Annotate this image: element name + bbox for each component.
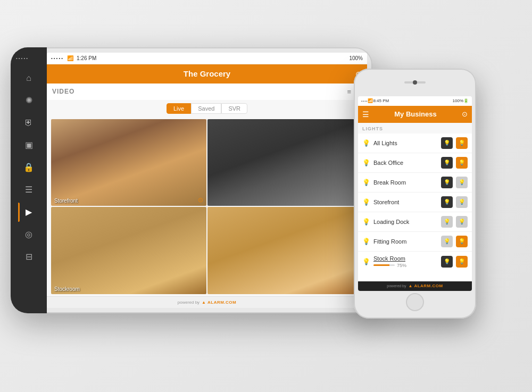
- camera-bakery[interactable]: ⊡: [207, 207, 363, 294]
- sidebar-home[interactable]: ⌂: [18, 69, 39, 88]
- phone-footer: powered by ▲ ALARM.COM: [358, 281, 472, 291]
- video-tabs: Live Saved SVR: [47, 100, 367, 117]
- stock-room-pct: 75%: [397, 263, 406, 268]
- phone-statusbar: •••• 📶 8:45 PM 100% 🔋: [358, 96, 472, 106]
- light-name-all-lights: All Lights: [373, 140, 438, 146]
- tablet-signal: •••••: [51, 56, 64, 61]
- list-item-break-room: 💡 Break Room 💡 💡: [358, 173, 472, 193]
- phone-wifi-icon: 📶: [368, 98, 373, 103]
- tablet-wifi-icon: 📶: [67, 55, 73, 61]
- list-item-all-lights: 💡 All Lights 💡 💡: [358, 134, 472, 153]
- sidebar-gallery[interactable]: ▣: [18, 136, 39, 155]
- sidebar-security[interactable]: ⛨: [18, 113, 39, 132]
- phone-battery-icon: 🔋: [463, 98, 469, 103]
- tablet-brand: ▲ ALARM.COM: [202, 300, 236, 305]
- tablet-screen: ••••• 📶 1:26 PM 100% The Grocery ⊙ VIDEO…: [47, 53, 367, 308]
- tab-svr[interactable]: SVR: [221, 103, 247, 114]
- camera-stockroom-label: Stockroom: [54, 286, 80, 292]
- light-bulb-icon-2: 💡: [362, 159, 370, 166]
- phone-device: •••• 📶 8:45 PM 100% 🔋 ☰ My Business ⊙ LI…: [354, 69, 476, 319]
- list-item-loading-dock: 💡 Loading Dock 💡 💡: [358, 212, 472, 232]
- phone-home-button[interactable]: [406, 293, 424, 311]
- video-grid: Storefront ⊙ ⊡ Stockroom ⊡: [51, 119, 363, 294]
- light-bulb-icon: 💡: [362, 139, 370, 147]
- list-item-storefront: 💡 Storefront 💡 💡: [358, 193, 472, 212]
- light-bulb-icon-5: 💡: [362, 218, 370, 226]
- light-name-storefront: Storefront: [373, 199, 438, 205]
- sidebar-lightbulb[interactable]: ◎: [18, 225, 39, 244]
- storefront-on-button[interactable]: 💡: [456, 196, 468, 208]
- list-item-back-office: 💡 Back Office 💡 💡: [358, 153, 472, 173]
- video-section-title: VIDEO: [52, 88, 74, 95]
- tablet-sidebar: ••••• ⌂ ✺ ⛨ ▣ 🔒 ☰ ▶ ◎ ⊟: [11, 47, 47, 313]
- loading-dock-off-button[interactable]: 💡: [441, 216, 453, 228]
- tablet-device: ••••• ⌂ ✺ ⛨ ▣ 🔒 ☰ ▶ ◎ ⊟ ••••• 📶 1:26 PM …: [11, 47, 372, 313]
- tablet-powered-by: powered by: [178, 300, 200, 305]
- break-room-off-button[interactable]: 💡: [441, 177, 453, 188]
- light-bulb-icon-7: 💡: [362, 258, 370, 265]
- light-bulb-icon-3: 💡: [362, 179, 370, 186]
- camera-storefront[interactable]: Storefront ⊙: [51, 119, 206, 206]
- phone-signal: ••••: [361, 99, 368, 103]
- sidebar-dots: •••••: [16, 56, 29, 61]
- light-bulb-icon-4: 💡: [362, 198, 370, 206]
- phone-settings-icon[interactable]: ⊙: [462, 110, 468, 118]
- light-name-back-office: Back Office: [373, 160, 438, 166]
- phone-header: ☰ My Business ⊙: [358, 106, 472, 123]
- phone-camera: [413, 80, 417, 85]
- phone-screen: •••• 📶 8:45 PM 100% 🔋 ☰ My Business ⊙ LI…: [358, 96, 472, 291]
- back-office-on-button[interactable]: 💡: [456, 157, 468, 169]
- light-name-fitting-room: Fitting Room: [373, 238, 438, 245]
- stock-room-slider[interactable]: [373, 264, 395, 266]
- camera-record-icon: ⊙: [198, 196, 203, 204]
- sidebar-list[interactable]: ☰: [18, 180, 39, 199]
- camera-stockroom[interactable]: Stockroom: [51, 207, 206, 294]
- list-item-fitting-room: 💡 Fitting Room 💡 💡: [358, 232, 472, 252]
- phone-time: 8:45 PM: [373, 98, 389, 103]
- light-bulb-icon-6: 💡: [362, 238, 370, 245]
- tablet-footer: powered by ▲ ALARM.COM: [47, 296, 367, 308]
- tablet-app-title: The Grocery: [184, 69, 230, 78]
- all-lights-on-button[interactable]: 💡: [456, 137, 468, 149]
- tablet-content: VIDEO ≡ ⚙ Live Saved SVR Storefron: [47, 84, 367, 296]
- camera-chalkboard[interactable]: ⊡: [207, 119, 363, 206]
- light-name-break-room: Break Room: [373, 179, 438, 186]
- lights-list: 💡 All Lights 💡 💡 💡 Back Office 💡 💡 💡 Bre…: [358, 134, 472, 281]
- camera-storefront-label: Storefront: [54, 198, 78, 204]
- back-office-off-button[interactable]: 💡: [441, 157, 453, 169]
- lights-section-label: LIGHTS: [358, 123, 472, 134]
- fitting-room-on-button[interactable]: 💡: [456, 236, 468, 247]
- storefront-off-button[interactable]: 💡: [441, 196, 453, 208]
- phone-powered-by: powered by: [387, 284, 406, 288]
- all-lights-off-button[interactable]: 💡: [441, 137, 453, 149]
- light-name-stock-room: Stock Room 75%: [373, 255, 438, 268]
- filter-icon[interactable]: ≡: [347, 88, 351, 96]
- sidebar-thermostat[interactable]: ⊟: [18, 247, 39, 266]
- light-name-loading-dock: Loading Dock: [373, 219, 438, 225]
- tablet-statusbar: ••••• 📶 1:26 PM 100%: [47, 53, 367, 64]
- video-header: VIDEO ≡ ⚙: [47, 84, 367, 100]
- phone-brand: ▲ ALARM.COM: [409, 283, 443, 288]
- phone-menu-icon[interactable]: ☰: [362, 110, 369, 119]
- sidebar-video[interactable]: ▶: [18, 203, 39, 222]
- stock-room-off-button[interactable]: 💡: [441, 256, 453, 268]
- phone-battery: 100%: [453, 98, 463, 103]
- list-item-stock-room: 💡 Stock Room 75% 💡 💡: [358, 252, 472, 272]
- phone-app-title: My Business: [394, 110, 436, 118]
- tab-live[interactable]: Live: [167, 103, 191, 114]
- tab-saved[interactable]: Saved: [191, 103, 221, 114]
- fitting-room-off-button[interactable]: 💡: [441, 236, 453, 247]
- break-room-on-button[interactable]: 💡: [456, 177, 468, 188]
- tablet-time: 1:26 PM: [77, 55, 96, 61]
- tablet-header: The Grocery ⊙: [47, 64, 367, 84]
- sidebar-lock[interactable]: 🔒: [18, 158, 39, 177]
- tablet-battery: 100%: [349, 55, 363, 61]
- sidebar-lights[interactable]: ✺: [18, 91, 39, 110]
- loading-dock-on-button[interactable]: 💡: [456, 216, 468, 228]
- stock-room-on-button[interactable]: 💡: [456, 256, 468, 268]
